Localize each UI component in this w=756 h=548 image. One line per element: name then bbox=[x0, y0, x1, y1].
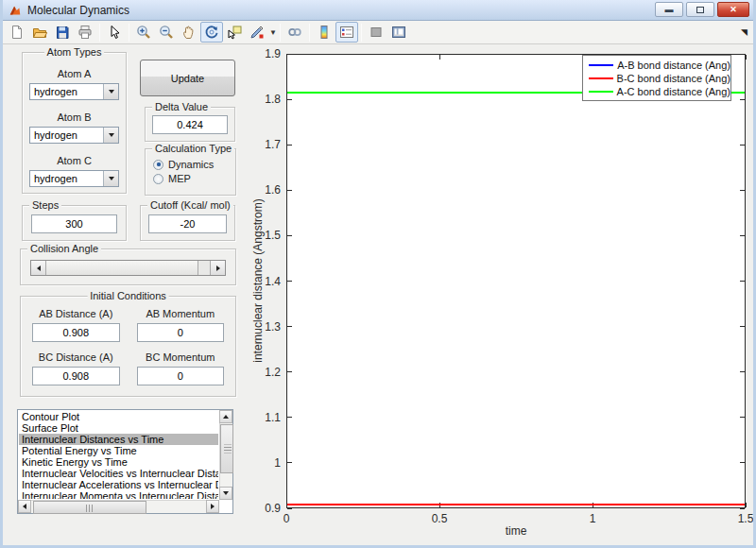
delta-value-field[interactable] bbox=[152, 115, 228, 134]
print-icon bbox=[77, 25, 93, 40]
atom-a-select[interactable]: hydrogen bbox=[29, 83, 119, 100]
rotate-3d-icon bbox=[204, 25, 219, 40]
scrollbar-thumb[interactable] bbox=[220, 424, 233, 473]
scroll-up-button[interactable] bbox=[219, 410, 232, 423]
pan-hand-button[interactable] bbox=[178, 22, 200, 43]
insert-legend-button[interactable] bbox=[335, 22, 358, 43]
brush-button[interactable] bbox=[246, 22, 268, 43]
toolbar-separator bbox=[309, 24, 310, 42]
ab-distance-label: AB Distance (A) bbox=[32, 308, 120, 319]
data-cursor-button[interactable] bbox=[223, 22, 246, 43]
panel-title: Cutoff (Kcal/ mol) bbox=[147, 199, 233, 211]
chevron-down-icon bbox=[109, 177, 114, 180]
calculation-type-panel: Calculation Type Dynamics MEP bbox=[145, 148, 236, 196]
atom-c-label: Atom C bbox=[23, 155, 126, 166]
hide-plot-tools-button[interactable] bbox=[365, 22, 387, 43]
title-bar[interactable]: Molecular Dynamics ▬ ✕ bbox=[3, 0, 753, 21]
x-tick bbox=[746, 503, 747, 507]
y-tick bbox=[287, 417, 292, 418]
list-item[interactable]: Internuclear Distances vs Time bbox=[19, 434, 218, 445]
toolbar-overflow-icon[interactable]: ◥ bbox=[741, 27, 747, 37]
chevron-down-icon bbox=[109, 133, 114, 137]
scroll-down-button[interactable] bbox=[219, 487, 232, 500]
matlab-app-icon bbox=[9, 4, 22, 17]
atom-types-panel: Atom Types Atom A hydrogen Atom B hydrog… bbox=[22, 52, 127, 194]
insert-colorbar-button[interactable] bbox=[313, 22, 335, 43]
steps-panel: Steps bbox=[22, 205, 127, 241]
print-button[interactable] bbox=[74, 22, 96, 43]
panel-title: Atom Types bbox=[44, 46, 105, 58]
x-tick-label: 0 bbox=[267, 512, 305, 525]
bc-distance-field[interactable] bbox=[32, 367, 120, 385]
y-tick bbox=[287, 508, 292, 509]
window-title: Molecular Dynamics bbox=[27, 4, 129, 17]
ab-distance-field[interactable] bbox=[32, 323, 120, 342]
new-file-button[interactable] bbox=[6, 22, 28, 43]
y-tick-right bbox=[740, 281, 745, 282]
list-item[interactable]: Internuclear Momenta vs Internuclear Dis… bbox=[19, 490, 218, 499]
list-item[interactable]: Potential Energy vs Time bbox=[19, 445, 218, 456]
collision-angle-slider[interactable] bbox=[30, 260, 226, 276]
zoom-in-button[interactable] bbox=[132, 22, 155, 43]
close-button[interactable]: ✕ bbox=[717, 2, 749, 17]
series-line-b-c bbox=[287, 504, 745, 505]
y-tick-right bbox=[740, 54, 745, 55]
atom-b-select[interactable]: hydrogen bbox=[29, 127, 119, 144]
minimize-button[interactable]: ▬ bbox=[655, 2, 683, 17]
minimize-icon: ▬ bbox=[665, 5, 674, 14]
cutoff-panel: Cutoff (Kcal/ mol) bbox=[140, 205, 235, 241]
link-plot-button[interactable] bbox=[284, 22, 306, 43]
bc-distance-label: BC Distance (A) bbox=[32, 351, 120, 363]
legend-label: A-B bond distance (Ang) bbox=[617, 60, 730, 71]
legend-line-sample bbox=[589, 91, 613, 93]
ab-momentum-field[interactable] bbox=[137, 323, 225, 342]
y-tick-label: 1 bbox=[252, 456, 281, 470]
brush-dropdown-icon[interactable]: ▼ bbox=[269, 28, 277, 37]
list-item[interactable]: Internuclear Accelerations vs Internucle… bbox=[19, 479, 218, 490]
list-item[interactable]: Kinetic Energy vs Time bbox=[19, 456, 218, 468]
atom-c-value: hydrogen bbox=[30, 173, 103, 184]
plot-axes[interactable] bbox=[286, 54, 746, 508]
scrollbar-thumb[interactable] bbox=[33, 501, 146, 514]
radio-dynamics[interactable]: Dynamics bbox=[153, 159, 235, 170]
slider-left-arrow[interactable] bbox=[31, 261, 46, 275]
zoom-out-button[interactable] bbox=[155, 22, 178, 43]
slider-thumb[interactable] bbox=[46, 261, 198, 275]
maximize-button[interactable] bbox=[686, 2, 714, 17]
radio-mep[interactable]: MEP bbox=[153, 173, 235, 184]
list-item[interactable]: Surface Plot bbox=[19, 422, 218, 434]
radio-label: Dynamics bbox=[168, 159, 214, 170]
listbox-vertical-scrollbar[interactable] bbox=[219, 410, 232, 500]
atom-a-value: hydrogen bbox=[30, 86, 103, 97]
steps-field[interactable] bbox=[31, 214, 117, 233]
rotate-3d-button[interactable] bbox=[200, 22, 223, 43]
scroll-left-button[interactable] bbox=[18, 500, 31, 513]
y-tick-right bbox=[740, 190, 745, 191]
y-tick bbox=[287, 462, 292, 463]
dropdown-button[interactable] bbox=[103, 128, 118, 143]
scroll-right-button[interactable] bbox=[206, 500, 219, 513]
atom-c-select[interactable]: hydrogen bbox=[29, 170, 119, 187]
arrow-cursor-button[interactable] bbox=[103, 22, 126, 43]
bc-momentum-field[interactable] bbox=[137, 367, 225, 385]
cutoff-field[interactable] bbox=[148, 214, 227, 233]
open-file-button[interactable] bbox=[28, 22, 51, 43]
x-tick-top bbox=[286, 55, 287, 60]
new-file-icon bbox=[9, 25, 25, 40]
show-plot-tools-button[interactable] bbox=[387, 22, 410, 43]
y-axis-label: internuclear distance (Angstrom) bbox=[251, 186, 265, 375]
pan-hand-icon bbox=[181, 25, 197, 40]
list-item[interactable]: Internuclear Velocities vs Internuclear … bbox=[19, 468, 218, 479]
listbox-horizontal-scrollbar[interactable] bbox=[18, 500, 219, 513]
plot-type-listbox[interactable]: Contour PlotSurface PlotInternuclear Dis… bbox=[17, 409, 233, 514]
plot-legend[interactable]: A-B bond distance (Ang)B-C bond distance… bbox=[582, 55, 731, 101]
dropdown-button[interactable] bbox=[103, 84, 118, 99]
bc-momentum-label: BC Momentum bbox=[137, 351, 225, 363]
save-button[interactable] bbox=[51, 22, 74, 43]
dropdown-button[interactable] bbox=[103, 171, 118, 186]
update-button[interactable]: Update bbox=[140, 60, 235, 96]
slider-right-arrow[interactable] bbox=[210, 261, 225, 275]
toolbar-separator bbox=[361, 24, 362, 42]
list-item[interactable]: Contour Plot bbox=[19, 411, 218, 422]
collision-angle-panel: Collision Angle bbox=[20, 248, 236, 285]
